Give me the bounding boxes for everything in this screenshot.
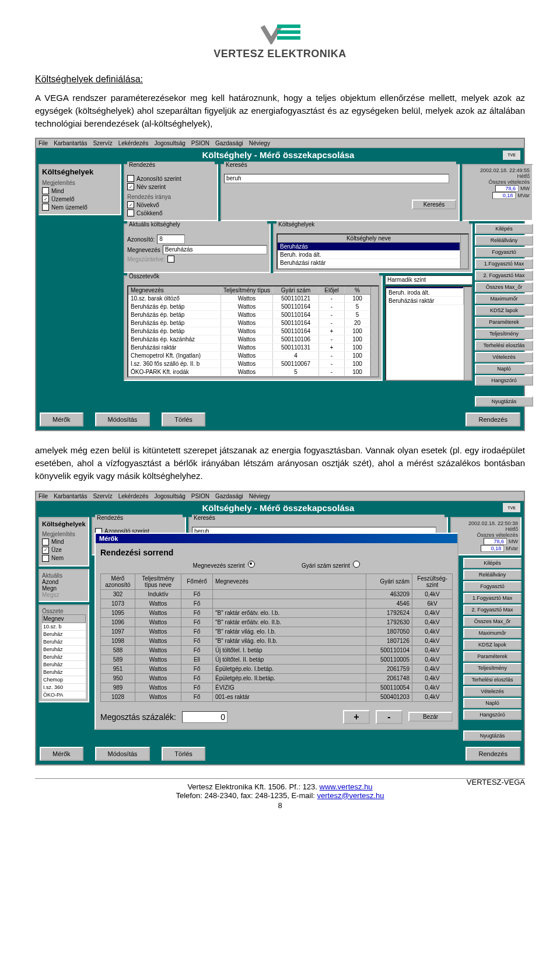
table-row[interactable]: 1073WattosFő45466kV — [101, 599, 453, 608]
table-row[interactable]: 1028WattosFő001-es raktár5004012030,4kV — [101, 692, 453, 701]
megn-input[interactable]: Beruházás — [163, 245, 267, 254]
table-row[interactable]: 1097WattosFő"B" raktár világ. elo. I.b.1… — [101, 627, 453, 636]
torles-button[interactable]: Törlés — [162, 747, 205, 761]
table-row[interactable]: Beruházási raktárWattos500110131+100 — [128, 344, 370, 352]
menu-item[interactable]: Karbantartás — [54, 493, 87, 499]
table-row[interactable]: 950WattosFőÉpületgép.elo. II.betáp.20617… — [101, 673, 453, 683]
menu-item[interactable]: Jogosultság — [154, 140, 185, 146]
modositas-button[interactable]: Módosítás — [95, 747, 150, 761]
list-item[interactable]: Beruház — [42, 646, 86, 653]
list-item[interactable]: Beruház — [42, 631, 86, 638]
list-item[interactable]: Chemop — [42, 676, 86, 684]
table-row[interactable]: 989WattosFőÉVIZIG5001100540,4kV — [101, 683, 453, 692]
table-row[interactable]: Beruházás ép. betápWattos500110164-20 — [128, 319, 370, 327]
side-button[interactable]: Fogyasztó — [463, 581, 522, 592]
merok-button[interactable]: Mérők — [40, 747, 83, 761]
side-button[interactable]: Maximumőr — [475, 293, 533, 304]
table-row[interactable]: 951WattosFőÉpületgép.elo. I.betáp.206175… — [101, 664, 453, 673]
radio-gyari[interactable] — [353, 561, 360, 568]
side-button[interactable]: Összes Max_őr — [463, 616, 522, 627]
menu-item[interactable]: PSION — [191, 493, 209, 499]
menu-item[interactable]: Szervíz — [93, 140, 112, 146]
plus-button[interactable]: + — [343, 710, 370, 724]
list-item[interactable]: I.sz. 360 — [42, 684, 86, 691]
scrollbar[interactable] — [464, 287, 471, 380]
table-row[interactable]: 1096WattosFő"B" raktár erőátv. elo. II.b… — [101, 617, 453, 627]
minus-button[interactable]: - — [376, 710, 402, 724]
checkbox-azonosito[interactable] — [127, 175, 134, 182]
menu-item[interactable]: PSION — [191, 140, 209, 146]
menu-item[interactable]: Gazdasági — [215, 140, 243, 146]
table-row[interactable]: 1095WattosFő"B" raktár erőátv. elo. I.b.… — [101, 608, 453, 617]
scrollbar[interactable] — [370, 286, 378, 376]
list-item[interactable]: Beruház — [42, 638, 86, 646]
list-item[interactable]: 10.sz. b — [42, 623, 86, 631]
menu-item[interactable]: File — [38, 140, 48, 146]
menu-item[interactable]: Gazdasági — [215, 493, 243, 499]
side-button[interactable]: Reléállvány — [463, 569, 522, 580]
side-button[interactable]: 1.Fogyasztó Max — [475, 258, 533, 269]
side-button[interactable]: 1.Fogyasztó Max — [463, 593, 522, 603]
side-button[interactable]: Összes Max_őr — [475, 282, 533, 292]
side-button[interactable]: KDSZ lapok — [475, 305, 533, 316]
table-row[interactable]: Chemopetrol Kft. (Ingatlan)Wattos4-100 — [128, 352, 370, 360]
list-item[interactable]: Beruh. iroda ált. — [278, 251, 460, 259]
table-row[interactable]: Beruházás ép. kazánházWattos500110106-10… — [128, 335, 370, 344]
footer-link-email[interactable]: vertesz@vertesz.hu — [317, 791, 384, 800]
table-row[interactable]: 588WattosFőÚj töltőtel. I. betáp50011010… — [101, 645, 453, 655]
table-row[interactable]: ÖKO-PARK Kft. irodákWattos5-100 — [128, 368, 370, 376]
torles-button[interactable]: Törlés — [162, 412, 205, 426]
list-item[interactable]: Beruházási raktár — [278, 259, 460, 267]
table-row[interactable]: 1098WattosFő"B" raktár világ. elo. II.b.… — [101, 636, 453, 645]
side-button[interactable]: Nyugtázás — [475, 396, 533, 407]
footer-link-web[interactable]: www.vertesz.hu — [320, 782, 373, 791]
menu-item[interactable]: Lekérdezés — [118, 140, 149, 146]
table-row[interactable]: 302InduktívFő4632090,4kV — [101, 589, 453, 599]
checkbox-novekvo[interactable]: ✓ — [127, 201, 134, 208]
table-row[interactable]: Beruházás ép. betápWattos500110164+100 — [128, 327, 370, 335]
side-button[interactable]: Paraméterek — [463, 651, 522, 662]
side-button[interactable]: 2. Fogyasztó Max — [463, 604, 522, 615]
side-button[interactable]: Teljesítmény — [475, 328, 533, 339]
table-row[interactable]: 589WattosEllÚj töltőtel. II. betáp500110… — [101, 655, 453, 664]
side-button[interactable]: Vételezés — [475, 352, 533, 362]
side-button[interactable]: 2. Fogyasztó Max — [475, 270, 533, 281]
checkbox-uzemelo[interactable]: ✓ — [42, 195, 49, 202]
table-row[interactable]: 10.sz. barak öltözőWattos500110121-100 — [128, 295, 370, 303]
cb[interactable]: ✓ — [42, 547, 49, 554]
search-button[interactable]: Keresés — [412, 200, 456, 209]
radio-megn[interactable] — [248, 561, 255, 568]
table-row[interactable]: Beruházás ép. betápWattos500110164-5 — [128, 303, 370, 311]
checkbox-nem-uzemelo[interactable] — [42, 204, 49, 211]
side-button[interactable]: Hangszóró — [463, 709, 522, 720]
checkbox-csokkeno[interactable] — [127, 209, 134, 216]
side-button[interactable]: Kilépés — [463, 558, 522, 568]
search-input[interactable]: beruh — [224, 174, 449, 183]
side-button[interactable]: Teljesítmény — [463, 663, 522, 673]
list-item[interactable]: ÖKO-PA — [42, 691, 86, 699]
side-button[interactable]: Nyugtázás — [463, 730, 522, 741]
side-button[interactable]: Hangszóró — [475, 375, 533, 386]
side-button[interactable]: Maximumőr — [463, 628, 522, 638]
side-button[interactable]: Napló — [475, 363, 533, 374]
menu-item[interactable]: File — [38, 493, 48, 499]
side-button[interactable]: Paraméterek — [475, 317, 533, 327]
table-row[interactable]: Beruházás ép. betápWattos500110164-5 — [128, 311, 370, 319]
azon-input[interactable]: 8 — [157, 235, 185, 244]
cb[interactable] — [42, 555, 49, 562]
megsz-checkbox[interactable] — [167, 256, 174, 263]
side-button[interactable]: Reléállvány — [475, 235, 533, 246]
rendezes-button[interactable]: Rendezés — [466, 412, 520, 426]
table-row[interactable]: I.sz. 360 fős szálló ép. II. bWattos5001… — [128, 360, 370, 368]
side-button[interactable]: KDSZ lapok — [463, 639, 522, 650]
list-item[interactable]: Beruh. iroda ált. — [386, 289, 464, 297]
rendezes-button[interactable]: Rendezés — [466, 747, 520, 761]
list-item[interactable]: Beruház — [42, 669, 86, 676]
menu-item[interactable]: Karbantartás — [54, 140, 87, 146]
cb[interactable] — [42, 539, 49, 546]
menu-item[interactable]: Jogosultság — [154, 493, 185, 499]
menu-item[interactable]: Néviegy — [249, 140, 270, 146]
list-item[interactable]: Beruház — [42, 661, 86, 669]
side-button[interactable]: Terhelési eloszlás — [463, 674, 522, 685]
checkbox-nev[interactable]: ✓ — [127, 183, 134, 190]
